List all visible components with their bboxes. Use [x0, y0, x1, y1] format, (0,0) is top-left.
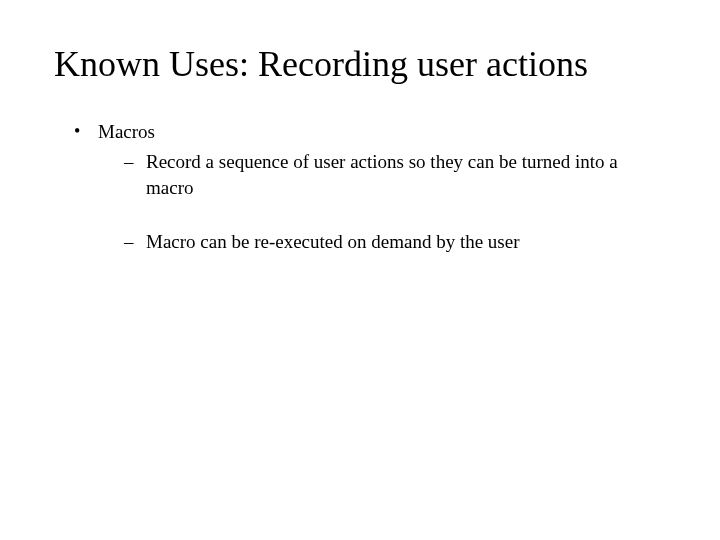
slide: Known Uses: Recording user actions Macro…: [0, 0, 720, 540]
list-item: Macro can be re-executed on demand by th…: [124, 229, 666, 255]
list-item: Macros Record a sequence of user actions…: [74, 121, 666, 254]
bullet-text: Macro can be re-executed on demand by th…: [146, 231, 520, 252]
slide-title: Known Uses: Recording user actions: [54, 44, 666, 85]
bullet-text: Macros: [98, 121, 155, 142]
bullet-text: Record a sequence of user actions so the…: [146, 151, 618, 198]
sub-bullet-list: Record a sequence of user actions so the…: [98, 149, 666, 254]
bullet-list: Macros Record a sequence of user actions…: [54, 121, 666, 254]
list-item: Record a sequence of user actions so the…: [124, 149, 666, 200]
